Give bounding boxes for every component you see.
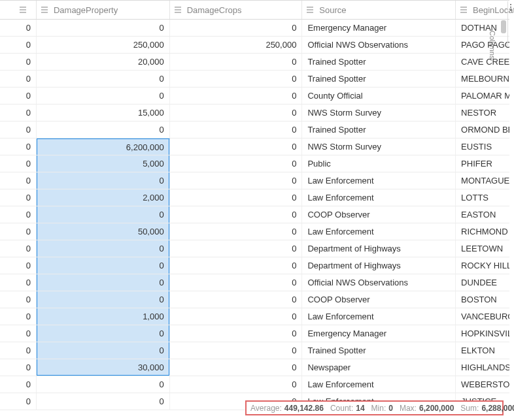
cell[interactable]: PALOMAR MTN <box>456 88 509 104</box>
cell[interactable]: Emergency Manager <box>302 20 456 36</box>
table-row[interactable]: 000Emergency ManagerHOPKINSVILLE A <box>0 325 509 342</box>
table-row[interactable]: 000Law EnforcementWEBERSTOWN <box>0 376 509 393</box>
table-row[interactable]: 000Official NWS ObservationsDUNDEE <box>0 274 509 291</box>
cell[interactable]: VANCEBURG <box>456 308 509 325</box>
cell[interactable]: EASTON <box>456 206 509 223</box>
cell[interactable]: HOPKINSVILLE A <box>456 325 509 342</box>
cell[interactable]: 5,000 <box>37 155 170 172</box>
cell[interactable]: NESTOR <box>456 105 509 121</box>
cell[interactable]: 0 <box>37 121 170 138</box>
cell[interactable]: 0 <box>37 274 170 291</box>
column-header-damage-property[interactable]: DamageProperty <box>37 1 170 19</box>
vertical-scrollbar-thumb[interactable] <box>501 20 506 33</box>
table-row[interactable]: 05,0000PublicPHIFER <box>0 155 509 172</box>
cell[interactable]: Law Enforcement <box>302 308 456 325</box>
cell[interactable]: BOSTON <box>456 291 509 308</box>
table-row[interactable]: 000Department of HighwaysROCKY HILL <box>0 257 509 274</box>
cell[interactable]: 0 <box>0 325 37 342</box>
cell[interactable]: 0 <box>0 206 37 223</box>
cell[interactable]: 0 <box>37 240 170 257</box>
table-row[interactable]: 01,0000Law EnforcementVANCEBURG <box>0 308 509 325</box>
cell[interactable]: 0 <box>170 359 303 376</box>
cell[interactable]: Trained Spotter <box>302 71 456 87</box>
cell[interactable]: 6,200,000 <box>37 138 170 155</box>
cell[interactable]: 0 <box>170 88 303 104</box>
cell[interactable]: PHIFER <box>456 155 509 172</box>
cell[interactable]: 0 <box>170 257 303 274</box>
cell[interactable]: 0 <box>0 121 37 138</box>
table-row[interactable]: 000Emergency ManagerDOTHAN <box>0 20 509 37</box>
cell[interactable]: 0 <box>0 359 37 376</box>
menu-icon[interactable] <box>41 6 48 14</box>
table-row[interactable]: 000County OfficialPALOMAR MTN <box>0 88 509 105</box>
cell[interactable]: 0 <box>37 325 170 342</box>
cell[interactable]: 0 <box>0 342 37 359</box>
cell[interactable]: 0 <box>170 308 303 325</box>
cell[interactable]: 0 <box>170 172 303 189</box>
cell[interactable]: 0 <box>0 138 37 155</box>
column-header-source[interactable]: Source <box>302 1 456 19</box>
menu-icon[interactable] <box>306 6 314 14</box>
cell[interactable]: COOP Observer <box>302 291 456 308</box>
cell[interactable]: 0 <box>0 88 37 104</box>
table-row[interactable]: 030,0000NewspaperHIGHLANDS <box>0 359 509 376</box>
cell[interactable]: 250,000 <box>170 37 303 53</box>
cell[interactable]: 0 <box>170 20 303 36</box>
cell[interactable]: Trained Spotter <box>302 342 456 359</box>
cell[interactable]: Trained Spotter <box>302 121 456 138</box>
cell[interactable]: DUNDEE <box>456 274 509 291</box>
cell[interactable]: 0 <box>0 105 37 121</box>
cell[interactable]: COOP Observer <box>302 206 456 223</box>
cell[interactable]: Department of Highways <box>302 240 456 257</box>
cell[interactable]: ELKTON <box>456 342 509 359</box>
cell[interactable]: 0 <box>0 54 37 70</box>
cell[interactable]: 50,000 <box>37 223 170 240</box>
cell[interactable]: 0 <box>37 342 170 359</box>
cell[interactable]: 0 <box>37 88 170 104</box>
cell[interactable]: 0 <box>170 138 303 155</box>
table-row[interactable]: 000Department of HighwaysLEETOWN <box>0 240 509 257</box>
cell[interactable]: HIGHLANDS <box>456 359 509 376</box>
cell[interactable]: EUSTIS <box>456 138 509 155</box>
table-row[interactable]: 000COOP ObserverBOSTON <box>0 291 509 308</box>
cell[interactable]: 0 <box>37 206 170 223</box>
table-row[interactable]: 015,0000NWS Storm SurveyNESTOR <box>0 105 509 121</box>
table-row[interactable]: 000Trained SpotterMELBOURNE BEACH <box>0 71 509 88</box>
cell[interactable]: 0 <box>0 376 37 393</box>
cell[interactable]: 0 <box>37 257 170 274</box>
cell[interactable]: Law Enforcement <box>302 376 456 393</box>
cell[interactable]: 0 <box>0 189 37 206</box>
cell[interactable]: 15,000 <box>37 105 170 121</box>
cell[interactable]: NWS Storm Survey <box>302 105 456 121</box>
cell[interactable]: LEETOWN <box>456 240 509 257</box>
cell[interactable]: Law Enforcement <box>302 189 456 206</box>
cell[interactable]: 0 <box>170 274 303 291</box>
cell[interactable]: 0 <box>170 206 303 223</box>
cell[interactable]: Newspaper <box>302 359 456 376</box>
cell[interactable]: ROCKY HILL <box>456 257 509 274</box>
cell[interactable]: Law Enforcement <box>302 172 456 189</box>
menu-icon[interactable] <box>174 6 182 14</box>
column-header-begin-location[interactable]: BeginLocation <box>456 1 509 19</box>
cell[interactable]: 0 <box>170 121 303 138</box>
cell[interactable]: RICHMOND <box>456 223 509 240</box>
cell[interactable]: 0 <box>170 155 303 172</box>
cell[interactable]: 0 <box>0 71 37 87</box>
cell[interactable]: 0 <box>0 308 37 325</box>
cell[interactable]: PAGO PAGO <box>456 37 509 53</box>
table-row[interactable]: 06,200,0000NWS Storm SurveyEUSTIS <box>0 138 509 155</box>
cell[interactable]: 0 <box>0 20 37 36</box>
cell[interactable]: 0 <box>170 71 303 87</box>
cell[interactable]: WEBERSTOWN <box>456 376 509 393</box>
cell[interactable]: Official NWS Observations <box>302 37 456 53</box>
cell[interactable]: 0 <box>0 172 37 189</box>
cell[interactable]: 0 <box>170 189 303 206</box>
cell[interactable]: NWS Storm Survey <box>302 138 456 155</box>
cell[interactable]: 2,000 <box>37 189 170 206</box>
column-header-damage-crops[interactable]: DamageCrops <box>170 1 303 19</box>
cell[interactable]: 0 <box>170 240 303 257</box>
cell[interactable]: 0 <box>37 172 170 189</box>
cell[interactable]: 20,000 <box>37 54 170 70</box>
cell[interactable]: 0 <box>0 291 37 308</box>
cell[interactable]: 0 <box>170 223 303 240</box>
